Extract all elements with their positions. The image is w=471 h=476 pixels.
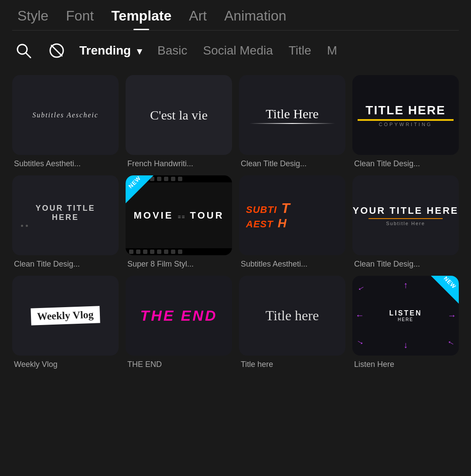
arrow-bottom-right: ↑ bbox=[445, 338, 456, 347]
card-label-7: Subtitles Aestheti... bbox=[239, 260, 345, 269]
vlog-text: Weekly Vlog bbox=[37, 309, 94, 322]
search-button[interactable] bbox=[13, 40, 34, 61]
svg-line-1 bbox=[26, 53, 31, 58]
block-icon bbox=[48, 42, 65, 59]
card-clean-title-script[interactable]: Title Here Clean Title Desig... bbox=[239, 75, 345, 168]
card-label-5: Clean Title Desig... bbox=[12, 260, 119, 269]
new-badge-label-6: NEW bbox=[127, 175, 142, 190]
top-nav: Style Font Template Art Animation bbox=[0, 0, 471, 30]
card-swash-3 bbox=[249, 123, 334, 124]
filter-basic[interactable]: Basic bbox=[157, 44, 187, 58]
card-your-title[interactable]: YOUR TITLE HERE Clean Title Desig... bbox=[12, 175, 119, 269]
card-movie-tour[interactable]: NEW MOVIE ≡≡ TOUR bbox=[126, 175, 232, 269]
card-label-2: French Handwriti... bbox=[126, 159, 232, 168]
nav-animation[interactable]: Animation bbox=[224, 8, 286, 30]
card-label-1: Subtitles Aestheti... bbox=[12, 159, 119, 168]
card-weekly-vlog[interactable]: Weekly Vlog Weekly Vlog bbox=[12, 276, 119, 369]
filter-social-media[interactable]: Social Media bbox=[203, 44, 273, 58]
card-title-here-script[interactable]: Title here Title here bbox=[239, 276, 345, 369]
t-letter: T bbox=[281, 200, 290, 216]
card-thumb-9: Weekly Vlog bbox=[12, 276, 119, 356]
arrow-bottom: ↑ bbox=[403, 341, 408, 351]
dot-2 bbox=[26, 225, 28, 227]
card-sub-title-4: COPYWRITING bbox=[379, 122, 433, 127]
card-inner-text-3: Title Here bbox=[266, 106, 318, 121]
card-thumb-8: YOUR TITLE HERE Subtitle Here bbox=[352, 175, 459, 255]
dot-1 bbox=[21, 225, 23, 227]
card-thumb-6: NEW MOVIE ≡≡ TOUR bbox=[126, 175, 232, 255]
card-thumb-5: YOUR TITLE HERE bbox=[12, 175, 119, 255]
card-subtitle-8: Subtitle Here bbox=[386, 221, 425, 226]
end-text: THE END bbox=[140, 307, 217, 324]
card-label-4: Clean Title Desig... bbox=[352, 159, 459, 168]
listen-label: LISTEN bbox=[389, 309, 422, 317]
card-french-handwriting[interactable]: C'est la vie French Handwriti... bbox=[126, 75, 232, 168]
subti-row2: AEST H bbox=[246, 216, 287, 230]
card-clean-title-bar[interactable]: YOUR TITLE HERE Subtitle Here Clean Titl… bbox=[352, 175, 459, 269]
block-button[interactable] bbox=[46, 40, 67, 61]
card-inner-text-5: YOUR TITLE HERE bbox=[21, 204, 110, 222]
arrow-right: ↑ bbox=[447, 314, 457, 318]
filter-tags: Trending ▾ Basic Social Media Title M bbox=[79, 44, 337, 58]
card-thumb-3: Title Here bbox=[239, 75, 345, 155]
card-thumb-2: C'est la vie bbox=[126, 75, 232, 155]
h-letter: H bbox=[278, 216, 287, 230]
arrow-top-left: ↑ bbox=[355, 284, 366, 293]
card-thumb-1: Subtitles Aescheic bbox=[12, 75, 119, 155]
subti-text: SUBTI bbox=[246, 204, 277, 216]
card-inner-text-2: C'est la vie bbox=[150, 108, 208, 123]
card-thumb-4: TITLE HERE COPYWRITING bbox=[352, 75, 459, 155]
dropdown-arrow: ▾ bbox=[137, 46, 142, 57]
card-dots-5 bbox=[21, 225, 28, 227]
card-subtitles-aesthetic-2[interactable]: SUBTI T AEST H Subtitles Aestheti... bbox=[239, 175, 345, 269]
filter-more[interactable]: M bbox=[327, 44, 337, 58]
card-thumb-12: NEW ↑ ↑ ↑ ↑ ↑ ↑ ↑ ↑ LISTEN HERE bbox=[352, 276, 459, 356]
listen-here-label: HERE bbox=[398, 317, 413, 322]
filter-trending[interactable]: Trending ▾ bbox=[79, 44, 142, 58]
card-bar-4 bbox=[358, 119, 454, 121]
movie-text: MOVIE ≡≡ TOUR bbox=[133, 210, 224, 221]
card-subtitles-aesthetic-1[interactable]: Subtitles Aescheic Subtitles Aestheti... bbox=[12, 75, 119, 168]
nav-style[interactable]: Style bbox=[17, 8, 48, 30]
card-title-bold[interactable]: TITLE HERE COPYWRITING Clean Title Desig… bbox=[352, 75, 459, 168]
card-label-9: Weekly Vlog bbox=[12, 360, 119, 369]
aest-text: AEST bbox=[246, 219, 273, 230]
card-listen-here[interactable]: NEW ↑ ↑ ↑ ↑ ↑ ↑ ↑ ↑ LISTEN HERE Listen H… bbox=[352, 276, 459, 369]
search-icon bbox=[15, 42, 32, 59]
card-main-title-4: TITLE HERE bbox=[365, 103, 445, 117]
card-main-title-8: YOUR TITLE HERE bbox=[352, 205, 458, 216]
new-badge-label-12: NEW bbox=[442, 276, 457, 290]
arrow-bottom-left: ↑ bbox=[355, 338, 366, 347]
movie-content: MOVIE ≡≡ TOUR bbox=[133, 182, 224, 248]
card-label-3: Clean Title Desig... bbox=[239, 159, 345, 168]
card-bar-8 bbox=[369, 218, 443, 219]
filter-bar: Trending ▾ Basic Social Media Title M bbox=[0, 31, 471, 71]
card-thumb-11: Title here bbox=[239, 276, 345, 356]
card-label-8: Clean Title Desig... bbox=[352, 260, 459, 269]
template-grid: Subtitles Aescheic Subtitles Aestheti...… bbox=[0, 71, 471, 381]
vlog-wrap: Weekly Vlog bbox=[31, 306, 100, 325]
nav-font[interactable]: Font bbox=[66, 8, 94, 30]
card-label-12: Listen Here bbox=[352, 360, 459, 369]
nav-template[interactable]: Template bbox=[111, 8, 171, 30]
listen-text-group: LISTEN HERE bbox=[389, 309, 422, 322]
film-strip-bottom bbox=[126, 248, 232, 255]
card-label-10: THE END bbox=[126, 360, 232, 369]
card-thumb-7: SUBTI T AEST H bbox=[239, 175, 345, 255]
subti-row1: SUBTI T bbox=[246, 200, 290, 216]
card-the-end[interactable]: THE END THE END bbox=[126, 276, 232, 369]
nav-art[interactable]: Art bbox=[189, 8, 207, 30]
filter-title[interactable]: Title bbox=[289, 44, 311, 58]
script-text: Title here bbox=[266, 308, 319, 324]
card-label-11: Title here bbox=[239, 360, 345, 369]
svg-line-3 bbox=[51, 45, 62, 56]
listen-center: ↑ ↑ ↑ ↑ ↑ ↑ ↑ ↑ LISTEN HERE bbox=[352, 276, 459, 356]
card-label-6: Super 8 Film Styl... bbox=[126, 260, 232, 269]
movie-sep: ≡≡ bbox=[177, 214, 185, 220]
arrow-top: ↑ bbox=[403, 280, 408, 290]
arrow-left: ↑ bbox=[354, 314, 364, 318]
card-inner-text-1: Subtitles Aescheic bbox=[32, 111, 99, 119]
card-thumb-10: THE END bbox=[126, 276, 232, 356]
